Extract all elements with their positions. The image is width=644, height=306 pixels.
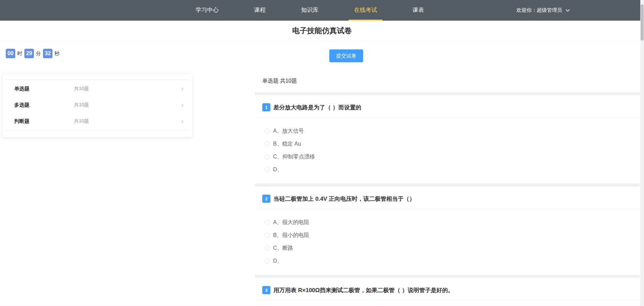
section-header-text: 单选题 共10题: [262, 78, 297, 85]
nav-item[interactable]: 课程: [249, 0, 271, 21]
radio-button[interactable]: [265, 259, 270, 263]
answer-option[interactable]: B、很小的电阻: [265, 229, 629, 242]
title-bar: 电子技能仿真试卷: [0, 21, 644, 41]
option-label: B、很小的电阻: [273, 232, 309, 239]
options-list: [255, 301, 640, 306]
answer-option[interactable]: D、: [265, 163, 629, 176]
question-number-badge: 3: [262, 286, 270, 294]
answer-option[interactable]: A、放大信号: [265, 125, 629, 137]
timer-minute-unit: 分: [36, 50, 41, 57]
section-label: 判断题: [14, 118, 74, 125]
exam-main-panel: 单选题 共10题 1 差分放大电路是为了（ ）而设置的 A、放大信号: [255, 70, 640, 306]
question-header: 3 用万用表 R×100Ω挡来测试二极管，如果二极管（ ）说明管子是好的。: [255, 278, 640, 300]
options-list: A、很大的电阻 B、很小的电阻 C、断路: [255, 209, 640, 275]
section-label: 多选题: [14, 102, 74, 108]
question-list: 1 差分放大电路是为了（ ）而设置的 A、放大信号 B、稳定 Au: [255, 95, 640, 306]
option-label: B、稳定 Au: [273, 140, 301, 148]
radio-button[interactable]: [265, 154, 270, 159]
question-header: 2 当硅二极管加上 0.4V 正向电压时，该二极管相当于（）: [255, 187, 640, 209]
answer-option[interactable]: C、抑制零点漂移: [265, 150, 629, 163]
question-number-badge: 2: [262, 195, 270, 203]
radio-button[interactable]: [265, 167, 270, 172]
option-label: A、很大的电阻: [273, 219, 309, 226]
radio-button[interactable]: [265, 141, 270, 146]
option-label: D、: [273, 166, 283, 173]
scrollbar-track[interactable]: [640, 0, 644, 306]
option-label: C、抑制零点漂移: [273, 153, 315, 160]
question-card: 1 差分放大电路是为了（ ）而设置的 A、放大信号 B、稳定 Au: [255, 95, 640, 183]
timer-hour-unit: 时: [17, 50, 22, 57]
question-header: 1 差分放大电路是为了（ ）而设置的: [255, 95, 640, 117]
question-text: 差分放大电路是为了（ ）而设置的: [273, 104, 361, 111]
timer-second-unit: 秒: [54, 50, 60, 57]
section-count: 共10题: [74, 102, 181, 108]
scrollbar-thumb[interactable]: [641, 4, 644, 41]
option-label: A、放大信号: [273, 128, 304, 135]
nav-item[interactable]: 学习中心: [190, 0, 224, 21]
radio-button[interactable]: [265, 129, 270, 133]
nav-item[interactable]: 知识库: [296, 0, 324, 21]
welcome-text: 欢迎你：超级管理员: [516, 7, 562, 14]
chevron-right-icon: ›: [181, 102, 183, 108]
question-text: 用万用表 R×100Ω挡来测试二极管，如果二极管（ ）说明管子是好的。: [273, 286, 454, 294]
section-row[interactable]: 单选题 共10题 ›: [5, 81, 190, 97]
toolbar-row: 00 时 29 分 32 秒 提交试卷: [0, 42, 644, 68]
option-label: C、断路: [273, 245, 293, 252]
section-header: 单选题 共10题: [255, 70, 640, 92]
nav-item[interactable]: 在线考试: [349, 0, 382, 21]
section-count: 共10题: [74, 118, 181, 124]
top-navbar: 学习中心 课程 知识库 在线考试 课表 欢迎你：超级管理员: [0, 0, 644, 21]
submit-exam-button[interactable]: 提交试卷: [329, 49, 363, 62]
section-row[interactable]: 判断题 共10题 ›: [5, 113, 190, 129]
question-nav-card: 单选题 共10题 › 多选题 共10题 › 判断题 共10题 ›: [3, 74, 192, 137]
main-nav: 学习中心 课程 知识库 在线考试 课表: [190, 0, 429, 21]
answer-option[interactable]: A、很大的电阻: [265, 216, 629, 229]
chevron-right-icon: ›: [181, 86, 183, 92]
question-text: 当硅二极管加上 0.4V 正向电压时，该二极管相当于（）: [273, 195, 415, 203]
question-card: 3 用万用表 R×100Ω挡来测试二极管，如果二极管（ ）说明管子是好的。: [255, 278, 640, 306]
timer-seconds: 32: [43, 49, 52, 58]
option-label: D、: [273, 258, 283, 265]
question-card: 2 当硅二极管加上 0.4V 正向电压时，该二极管相当于（） A、很大的电阻: [255, 187, 640, 275]
chevron-down-icon: [565, 7, 570, 12]
page-title: 电子技能仿真试卷: [292, 26, 352, 36]
question-number-badge: 1: [262, 103, 270, 111]
radio-button[interactable]: [265, 246, 270, 250]
radio-button[interactable]: [265, 233, 270, 238]
chevron-right-icon: ›: [181, 118, 183, 124]
user-menu[interactable]: 欢迎你：超级管理员: [516, 0, 569, 21]
section-count: 共10题: [74, 86, 181, 92]
exam-timer: 00 时 29 分 32 秒: [6, 49, 60, 58]
section-label: 单选题: [14, 86, 74, 92]
radio-button[interactable]: [265, 220, 270, 225]
answer-option[interactable]: D、: [265, 255, 629, 267]
timer-minutes: 29: [24, 49, 34, 58]
section-row[interactable]: 多选题 共10题 ›: [5, 97, 190, 113]
answer-option[interactable]: C、断路: [265, 242, 629, 255]
section-list: 单选题 共10题 › 多选题 共10题 › 判断题 共10题 ›: [5, 80, 190, 130]
answer-option[interactable]: B、稳定 Au: [265, 137, 629, 150]
timer-hours: 00: [6, 49, 15, 58]
nav-item[interactable]: 课表: [407, 0, 429, 21]
options-list: A、放大信号 B、稳定 Au C、抑制零点漂移: [255, 118, 640, 183]
